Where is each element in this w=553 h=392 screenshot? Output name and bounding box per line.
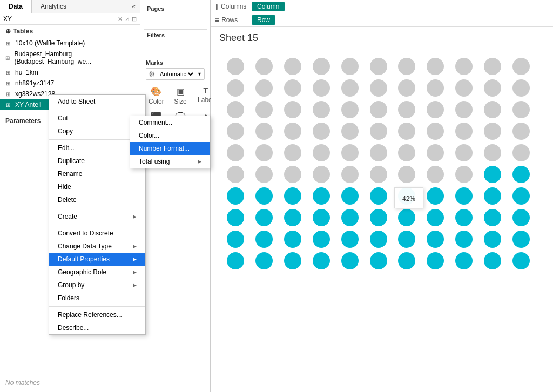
waffle-dot [370, 252, 387, 269]
tab-analytics[interactable]: Analytics [32, 0, 75, 13]
waffle-dot [398, 187, 415, 205]
waffle-dot [484, 187, 501, 205]
table-icon-1: ⊞ [4, 39, 12, 47]
menu-item-change-data-type[interactable]: Change Data Type ▶ [49, 240, 145, 253]
tab-data[interactable]: Data [0, 0, 32, 13]
waffle-dot [455, 144, 473, 161]
waffle-dot [484, 123, 501, 140]
waffle-dot [284, 58, 301, 75]
submenu-item-comment[interactable]: Comment... [130, 116, 210, 129]
waffle-dot [512, 79, 530, 97]
submenu-item-number-format[interactable]: Number Format... [130, 142, 210, 155]
default-properties-arrow-icon: ▶ [133, 256, 137, 262]
marks-label-icon: T [203, 86, 208, 95]
waffle-dot [455, 252, 473, 269]
waffle-dot [455, 101, 473, 118]
waffle-dot [398, 252, 415, 269]
waffle-dot [284, 166, 301, 183]
menu-item-delete[interactable]: Delete [49, 193, 145, 206]
search-filter-icon[interactable]: ⊿ [125, 16, 130, 23]
menu-item-replace-references[interactable]: Replace References... [49, 308, 145, 321]
waffle-dot [313, 231, 330, 248]
waffle-dot [512, 123, 530, 140]
table-icon-2: ⊞ [4, 54, 11, 62]
waffle-dot [284, 79, 301, 97]
table-row-1[interactable]: ⊞ 10x10 (Waffle Template) [0, 38, 140, 49]
collapse-button[interactable]: « [127, 0, 140, 13]
waffle-dot [341, 166, 359, 183]
submenu-item-color[interactable]: Color... [130, 129, 210, 142]
waffle-dot [484, 101, 501, 118]
waffle-dot [370, 101, 387, 118]
waffle-dot [398, 166, 415, 183]
waffle-dot [370, 231, 387, 248]
waffle-dot [227, 79, 244, 97]
tables-section-label: ⊕ Tables [0, 25, 140, 38]
marks-type-icon: ⚙ [149, 70, 156, 78]
waffle-dot [284, 209, 301, 226]
waffle-dot [398, 123, 415, 140]
table-row-3[interactable]: ⊞ hu_1km [0, 67, 140, 78]
waffle-dot [370, 209, 387, 226]
menu-item-create[interactable]: Create ▶ [49, 210, 145, 223]
waffle-dot [255, 252, 273, 269]
waffle-dot [284, 144, 301, 161]
waffle-dot [427, 101, 444, 118]
waffle-dot [284, 187, 301, 205]
waffle-dot [255, 231, 273, 248]
table-icon-selected: ⊞ [4, 101, 12, 109]
waffle-dot [227, 58, 244, 75]
row-pill[interactable]: Row [252, 15, 275, 25]
column-pill[interactable]: Column [252, 2, 285, 11]
waffle-dot [227, 166, 244, 183]
waffle-dot [341, 209, 359, 226]
search-bar: ✕ ⊿ ⊞ [0, 13, 140, 25]
waffle-dot [398, 101, 415, 118]
menu-item-group-by[interactable]: Group by ▶ [49, 279, 145, 292]
waffle-dot [341, 187, 359, 205]
waffle-dot [255, 79, 273, 97]
submenu-item-total-using[interactable]: Total using ▶ [130, 155, 210, 168]
rows-label: ≡ Rows [215, 16, 247, 24]
menu-item-rename[interactable]: Rename [49, 167, 145, 180]
waffle-dot [284, 101, 301, 118]
menu-item-describe[interactable]: Describe... [49, 321, 145, 334]
filters-label: Filters [147, 32, 204, 38]
waffle-dot [455, 166, 473, 183]
waffle-dot [398, 79, 415, 97]
pages-label: Pages [147, 5, 204, 12]
waffle-dot [341, 231, 359, 248]
waffle-dot [313, 144, 330, 161]
add-table-icon[interactable]: ⊕ [5, 28, 11, 35]
waffle-dot [313, 123, 330, 140]
menu-item-add-to-sheet[interactable]: Add to Sheet [49, 95, 145, 108]
menu-item-folders[interactable]: Folders [49, 292, 145, 305]
table-row-2[interactable]: ⊞ Budapest_Hamburg (Budapest_Hamburg_we.… [0, 49, 140, 67]
marks-size-btn[interactable]: ▣ Size [169, 84, 192, 107]
waffle-dot [284, 123, 301, 140]
marks-type-select[interactable]: ⚙ Automatic ▼ [146, 68, 205, 80]
menu-item-geographic-role[interactable]: Geographic Role ▶ [49, 266, 145, 279]
waffle-dot [455, 187, 473, 205]
search-input[interactable] [3, 15, 116, 23]
waffle-dot [370, 166, 387, 183]
menu-item-convert-discrete[interactable]: Convert to Discrete [49, 227, 145, 240]
waffle-dot [427, 79, 444, 97]
group-by-arrow-icon: ▶ [133, 282, 137, 288]
waffle-dot [313, 166, 330, 183]
waffle-dot [341, 101, 359, 118]
waffle-dot [455, 231, 473, 248]
menu-item-hide[interactable]: Hide [49, 180, 145, 193]
waffle-dot [512, 187, 530, 205]
table-row-4[interactable]: ⊞ nh891yz3147 [0, 78, 140, 89]
right-panel: ⫿ Columns Column ≡ Rows Row Sheet 15 42% [211, 0, 553, 392]
table-icon-5: ⊞ [4, 90, 12, 98]
menu-item-default-properties[interactable]: Default Properties ▶ [49, 253, 145, 266]
waffle-dot [341, 58, 359, 75]
search-clear-icon[interactable]: ✕ [118, 16, 123, 23]
waffle-dot [370, 123, 387, 140]
marks-type-dropdown[interactable]: Automatic [158, 70, 195, 78]
search-grid-icon[interactable]: ⊞ [132, 16, 137, 23]
marks-color-btn[interactable]: 🎨 Color [146, 84, 167, 107]
total-using-arrow-icon: ▶ [198, 159, 201, 164]
